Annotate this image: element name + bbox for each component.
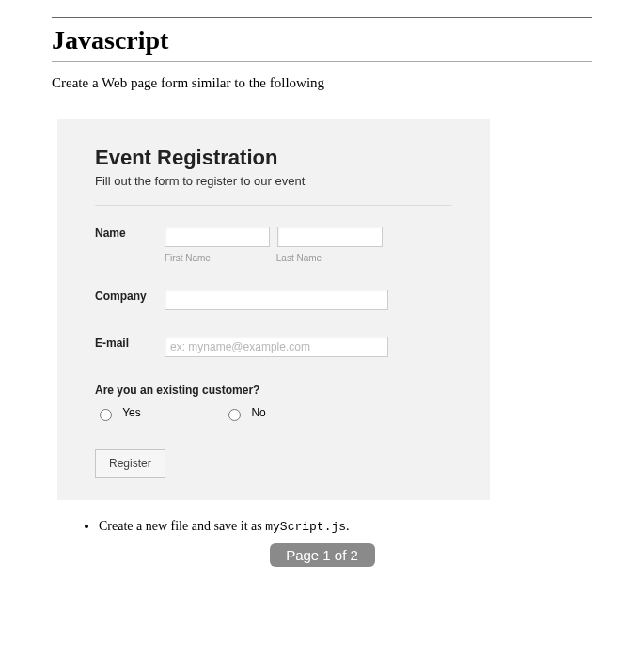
step1-prefix: Create a new file and save it as	[99, 519, 265, 533]
last-name-input[interactable]	[277, 227, 383, 247]
label-customer-question: Are you an existing customer?	[95, 384, 452, 397]
radio-option-no: No	[224, 406, 266, 421]
steps-list: Create a new file and save it as myScrip…	[80, 519, 592, 534]
label-name: Name	[95, 227, 161, 240]
row-company: Company	[95, 290, 452, 310]
document-page: Javascript Create a Web page form simila…	[0, 0, 644, 576]
name-inputs: First Name Last Name	[165, 227, 386, 263]
rule-under-title	[52, 61, 592, 62]
row-name: Name First Name Last Name	[95, 227, 452, 263]
radio-no-label: No	[251, 406, 265, 419]
name-sublabels: First Name Last Name	[165, 253, 386, 263]
company-input[interactable]	[165, 290, 388, 310]
label-company: Company	[95, 290, 161, 303]
form-divider	[95, 205, 452, 206]
radio-no-input[interactable]	[228, 409, 241, 421]
label-email: E-mail	[95, 337, 161, 350]
instruction-text: Create a Web page form similar to the fo…	[52, 75, 592, 91]
email-input[interactable]	[165, 337, 388, 357]
radio-group-customer: Yes No	[95, 406, 452, 421]
row-customer-question: Are you an existing customer? Yes No	[95, 384, 452, 421]
step1-suffix: .	[346, 519, 350, 533]
step1-code: myScript.js	[265, 520, 346, 534]
row-email: E-mail	[95, 337, 452, 357]
radio-yes-label: Yes	[122, 406, 141, 419]
radio-option-yes: Yes	[95, 406, 141, 421]
form-subheading: Fill out the form to register to our eve…	[95, 174, 452, 188]
register-button[interactable]: Register	[95, 449, 165, 478]
form-card: Event Registration Fill out the form to …	[57, 119, 490, 500]
sublabel-first-name: First Name	[165, 253, 274, 263]
list-item: Create a new file and save it as myScrip…	[99, 519, 592, 534]
page-indicator-badge: Page 1 of 2	[270, 543, 375, 567]
page-title: Javascript	[52, 25, 592, 57]
first-name-input[interactable]	[165, 227, 270, 247]
sublabel-last-name: Last Name	[276, 253, 322, 263]
rule-top	[52, 17, 592, 18]
form-heading: Event Registration	[95, 146, 452, 170]
radio-yes-input[interactable]	[100, 409, 112, 421]
